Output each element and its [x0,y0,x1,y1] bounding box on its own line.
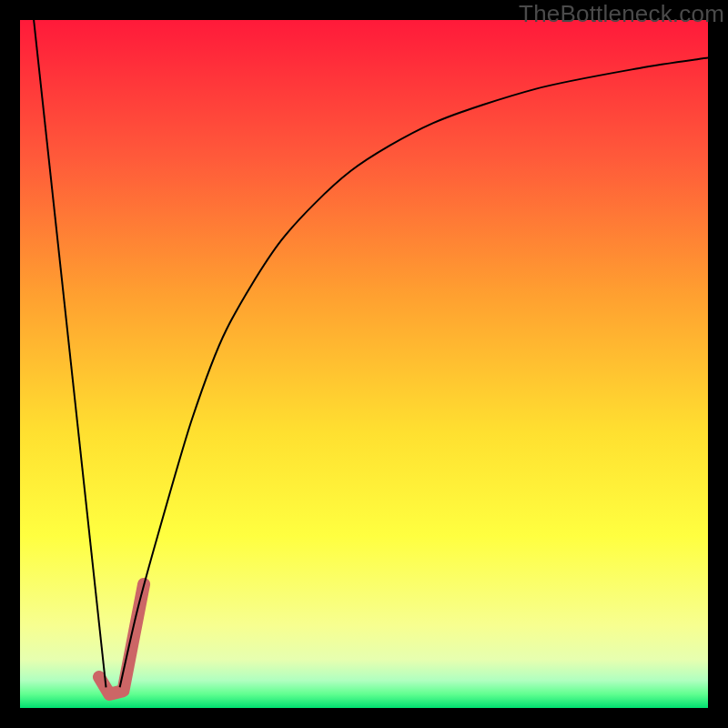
gradient-background [20,20,708,708]
chart-svg [20,20,708,708]
plot-area [20,20,708,708]
chart-frame: TheBottleneck.com [0,0,728,728]
watermark-text: TheBottleneck.com [519,0,724,28]
